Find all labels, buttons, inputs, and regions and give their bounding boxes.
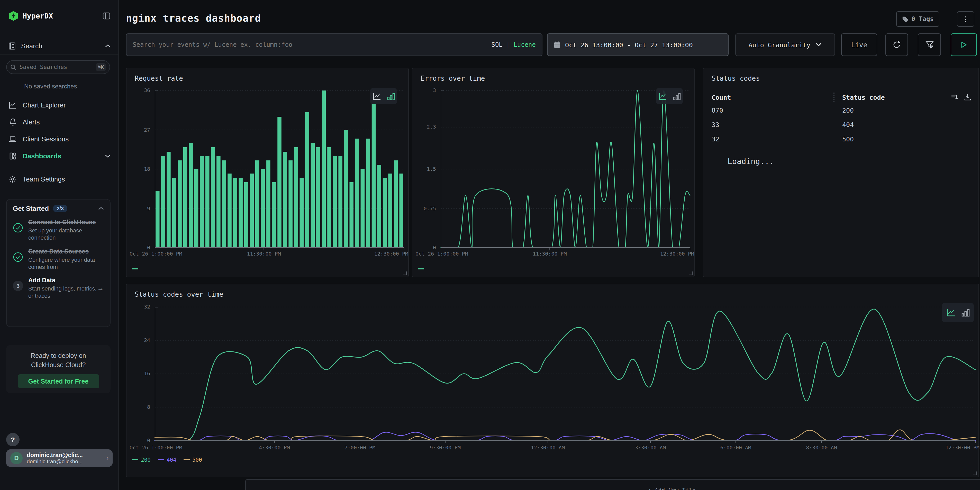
resize-handle[interactable] (403, 272, 407, 275)
resize-handle[interactable] (689, 272, 692, 275)
legend-dash (132, 268, 138, 269)
refresh-button[interactable] (885, 33, 908, 56)
tile-title: Request rate (135, 75, 183, 82)
run-query-button[interactable] (951, 33, 977, 56)
resize-handle[interactable] (973, 471, 977, 475)
user-menu[interactable]: D dominic.tran@clic... dominic.tran@clic… (6, 449, 113, 467)
granularity-select[interactable]: Auto Granularity (735, 33, 835, 56)
x-axis-tick-label: Oct 26 1:00:00 PM (130, 445, 182, 450)
y-axis-tick-label: 0.75 (412, 205, 436, 211)
table-row[interactable]: 33404 (703, 121, 978, 133)
table-header: Count Status code (703, 91, 978, 103)
legend-label: 404 (167, 457, 177, 463)
search-results-icon (8, 42, 16, 49)
get-started-step-1[interactable]: Connect to ClickHouse Set up your databa… (13, 218, 104, 242)
x-axis-tick-label: 6:00:00 AM (720, 445, 751, 450)
saved-searches-field[interactable] (19, 64, 95, 70)
toggle-divider: | (506, 41, 510, 48)
tags-label: 0 Tags (912, 16, 934, 22)
date-range-picker[interactable]: Oct 26 13:00:00 - Oct 27 13:00:00 (547, 33, 729, 56)
tile-title: Status codes (712, 75, 760, 82)
x-axis-tick-label: 4:30:00 PM (259, 445, 290, 450)
y-axis-tick-label: 36 (126, 88, 150, 93)
sidebar-item-team-settings[interactable]: Team Settings (0, 171, 119, 188)
legend-item[interactable]: 500 (183, 457, 202, 463)
legend-dash (132, 459, 138, 460)
x-axis-tick-label: 12:30:00 AM (531, 445, 565, 450)
sql-toggle[interactable]: SQL (491, 41, 502, 48)
kebab-icon: ⋮ (962, 15, 969, 23)
table-row[interactable]: 32500 (703, 135, 978, 148)
y-axis-tick-label: 0 (412, 245, 436, 250)
legend-dash (418, 268, 424, 269)
bar-chart-toggle-icon[interactable] (961, 309, 969, 317)
help-button[interactable]: ? (6, 433, 19, 446)
chevron-down-icon (816, 43, 822, 47)
event-search-box[interactable]: SQL | Lucene (126, 33, 542, 56)
bar-chart-toggle-icon[interactable] (387, 92, 395, 100)
sidebar-item-dashboards[interactable]: Dashboards (0, 148, 119, 164)
step-title: Connect to ClickHouse (28, 218, 104, 226)
y-axis-tick-label: 32 (126, 304, 150, 310)
line-chart-toggle-icon[interactable] (372, 92, 381, 100)
tag-icon (902, 16, 908, 22)
sidebar-item-client-sessions[interactable]: Client Sessions (0, 130, 119, 148)
column-header-status-code[interactable]: Status code (842, 93, 885, 101)
tags-button[interactable]: 0 Tags (896, 11, 939, 27)
column-divider[interactable] (834, 92, 835, 102)
chevron-right-icon: › (107, 455, 108, 462)
chart-type-toggle (942, 303, 974, 322)
chart-line-icon (8, 101, 17, 109)
download-icon[interactable] (964, 94, 971, 101)
sidebar-item-label: Alerts (22, 118, 111, 126)
promo-line-2: ClickHouse Cloud? (6, 360, 111, 370)
collapse-sidebar-icon[interactable] (102, 12, 111, 20)
chevron-up-icon[interactable] (98, 207, 104, 210)
no-saved-searches-text: No saved searches (24, 83, 77, 90)
shortcut-badge: ⌘K (95, 63, 106, 71)
x-axis-tick-label: Oct 26 1:00:00 PM (130, 251, 182, 256)
add-new-tile-button[interactable]: + Add New Tile (245, 479, 980, 490)
line-chart-toggle-icon[interactable] (659, 92, 667, 100)
y-axis-tick-label: 8 (126, 404, 150, 410)
cell-count: 870 (712, 107, 723, 114)
promo-line-1: Ready to deploy on (6, 351, 111, 360)
get-started-card: Get Started 2/3 Connect to ClickHouse Se… (6, 199, 111, 327)
sidebar-item-label: Chart Explorer (22, 101, 111, 109)
x-axis-tick-label: 9:30:00 PM (430, 445, 461, 450)
get-started-progress-badge: 2/3 (53, 205, 67, 212)
get-started-step-3[interactable]: 3 Add Data Start sending logs, metrics, … (13, 277, 104, 299)
saved-searches-input[interactable]: ⌘K (6, 60, 110, 74)
magnifier-icon (10, 64, 16, 70)
bar-chart-toggle-icon[interactable] (673, 92, 681, 100)
table-row[interactable]: 870200 (703, 107, 978, 119)
get-started-step-2[interactable]: Create Data Sources Configure where your… (13, 248, 104, 270)
hyperdx-logo-icon (8, 11, 19, 21)
sidebar-item-search[interactable]: Search (0, 39, 119, 52)
get-started-title: Get Started (13, 205, 49, 212)
live-button[interactable]: Live (841, 33, 877, 56)
sidebar-item-alerts[interactable]: Alerts (0, 114, 119, 130)
sidebar-item-chart-explorer[interactable]: Chart Explorer (0, 97, 119, 114)
y-axis-tick-label: 0 (126, 245, 150, 250)
clickhouse-cloud-promo: Ready to deploy on ClickHouse Cloud? Get… (6, 345, 111, 393)
tile-title: Errors over time (421, 75, 485, 82)
filter-button[interactable] (918, 33, 941, 56)
lucene-toggle[interactable]: Lucene (513, 41, 536, 48)
step-title: Add Data (28, 277, 97, 284)
legend-item[interactable]: 404 (158, 457, 177, 463)
line-chart-toggle-icon[interactable] (946, 309, 955, 317)
column-header-count[interactable]: Count (712, 93, 731, 101)
get-started-free-button[interactable]: Get Started for Free (18, 375, 99, 388)
chart-type-toggle (370, 88, 397, 104)
sort-columns-icon[interactable] (951, 94, 958, 101)
event-search-input[interactable] (133, 41, 491, 48)
legend-item[interactable] (132, 268, 138, 269)
sidebar: HyperDX Search ⌘K No saved searches Char… (0, 0, 119, 490)
cell-status-code: 500 (842, 135, 854, 143)
step-title: Create Data Sources (28, 248, 104, 255)
legend-item[interactable] (418, 268, 424, 269)
kebab-menu-button[interactable]: ⋮ (957, 11, 974, 27)
legend-item[interactable]: 200 (132, 457, 151, 463)
check-circle-icon (13, 248, 28, 270)
